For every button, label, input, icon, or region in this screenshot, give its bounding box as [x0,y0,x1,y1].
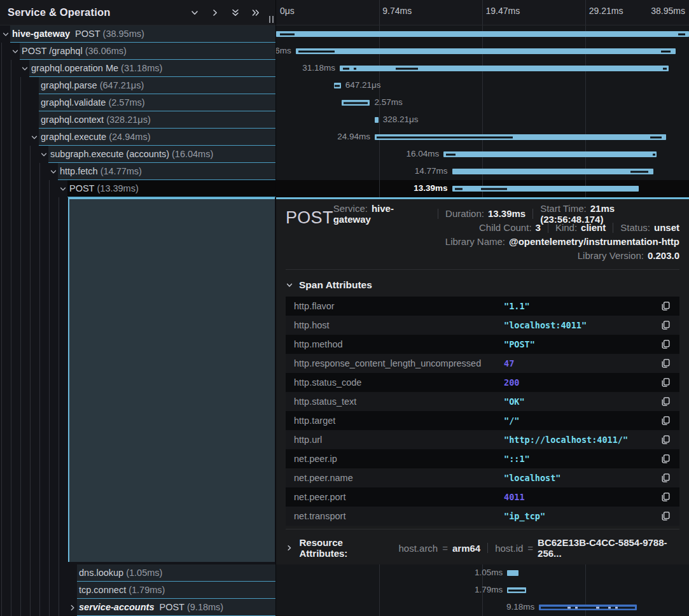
expand-one-icon[interactable] [210,8,219,17]
span-name-cell[interactable]: service-accountsPOST(9.18ms) [0,599,276,616]
chevron-down-icon[interactable] [20,60,29,77]
child-span-marker [663,67,667,69]
copy-icon[interactable] [660,320,671,331]
copy-icon[interactable] [660,435,671,445]
indent-guides [0,163,48,180]
span-duration-bar[interactable] [539,605,636,610]
column-resizer-grip[interactable] [269,16,274,23]
span-duration-label: 9.18ms [506,599,534,615]
expand-all-icon[interactable] [251,8,260,17]
span-bar-cell[interactable]: 328.21μs [276,111,689,129]
span-duration-bar[interactable] [452,186,639,192]
span-duration-bar[interactable] [340,66,669,71]
span-bar-cell[interactable]: 36.06ms [276,43,689,60]
span-bar-cell[interactable]: 647.21μs [276,77,689,94]
span-row-content: subgraph.execute (accounts)(16.04ms) [48,146,275,163]
span-duration-label: 14.77ms [415,163,448,179]
span-bar-cell[interactable]: 24.94ms [276,129,689,146]
copy-icon[interactable] [660,377,671,388]
span-name-cell[interactable]: graphql.parse(647.21μs) [0,77,276,94]
attribute-key: http.status_text [294,396,504,407]
span-duration-bar[interactable] [276,31,689,37]
indent-guides [0,111,29,129]
span-duration-bar[interactable] [507,587,526,593]
bar-tick-marker [575,606,578,608]
chevron-down-icon[interactable] [30,129,38,146]
span-duration-bar[interactable] [296,48,676,54]
chevron-right-icon[interactable] [68,599,76,616]
copy-icon[interactable] [660,301,671,312]
span-name-cell[interactable]: POST /graphql(36.06ms) [0,43,276,60]
span-bar-cell[interactable]: 1.79ms [276,582,689,599]
span-bar-cell[interactable]: 31.18ms [276,60,689,77]
span-row: graphql.execute(24.94ms)24.94ms [0,129,689,146]
span-duration-bar[interactable] [443,151,657,157]
copy-icon[interactable] [660,454,671,465]
span-duration-bar[interactable] [334,83,341,88]
copy-icon[interactable] [660,492,671,503]
span-duration-bar[interactable] [507,570,518,576]
copy-icon[interactable] [660,511,671,522]
span-duration-bar[interactable] [375,134,666,140]
attribute-row: net.peer.name"localhost" [286,468,679,487]
meta-value: 3 [536,222,541,233]
span-name-cell[interactable]: http.fetch(14.77ms) [0,163,276,180]
chevron-down-icon[interactable] [49,163,57,180]
span-attributes-header[interactable]: Span Attributes [286,279,679,291]
span-name-cell[interactable]: graphql.execute(24.94ms) [0,129,276,146]
span-name-cell[interactable]: subgraph.execute (accounts)(16.04ms) [0,146,276,163]
span-name-cell[interactable]: graphql.validate(2.57ms) [0,94,276,111]
span-name-cell[interactable]: graphql.operation Me(31.18ms) [0,60,276,77]
span-duration-bar[interactable] [375,117,379,123]
span-duration-label: 24.94ms [337,129,370,145]
child-span-marker [280,33,295,35]
span-name-cell[interactable]: hive-gatewayPOST(38.95ms) [0,25,276,43]
span-name-cell[interactable]: tcp.connect(1.79ms) [0,582,276,599]
attribute-value: "localhost:4011" [504,320,660,330]
chevron-down-icon[interactable] [11,43,19,60]
span-name-cell[interactable]: dns.lookup(1.05ms) [0,564,276,582]
span-duration-label: 2.57ms [374,94,402,111]
meta-value: 0.203.0 [648,250,679,261]
resource-value: arm64 [452,543,480,554]
resource-value: BC62E13B-C4CC-5854-9788-256... [538,537,679,559]
span-bar-cell[interactable]: 13.39ms [276,180,689,197]
chevron-down-icon[interactable] [1,25,10,43]
span-row-content: hive-gatewayPOST(38.95ms) [10,25,275,43]
span-bar-cell[interactable]: 9.18ms [276,599,689,616]
divider [532,209,533,219]
span-row: tcp.connect(1.79ms)1.79ms [0,582,689,599]
meta-label: Duration: [445,208,484,219]
collapse-one-icon[interactable] [190,8,199,17]
span-duration-text: (24.94ms) [109,132,150,142]
copy-icon[interactable] [660,396,671,407]
child-span-marker [343,67,349,69]
indent-guides [0,564,67,582]
chevron-down-icon[interactable] [59,180,67,197]
span-name-cell[interactable]: graphql.context(328.21μs) [0,111,276,129]
copy-icon[interactable] [660,473,671,484]
resource-attributes-row[interactable]: Resource Attributes: host.arch=arm64host… [286,537,679,559]
attribute-row: http.response_content_length_uncompresse… [286,354,679,373]
copy-icon[interactable] [660,339,671,350]
span-duration-bar[interactable] [342,100,370,106]
span-bar-cell[interactable]: 16.04ms [276,146,689,163]
span-name-cell[interactable]: POST(13.39ms) [0,180,276,197]
divider [487,543,488,553]
indent-guides [0,146,38,163]
copy-icon[interactable] [660,358,671,369]
meta-label: Library Name: [445,236,505,247]
collapse-all-icon[interactable] [230,8,240,17]
span-bar-cell[interactable] [276,25,689,43]
span-duration-text: (36.06ms) [85,46,127,56]
attribute-key: http.response_content_length_uncompresse… [294,358,504,368]
span-bar-cell[interactable]: 14.77ms [276,163,689,180]
chevron-down-icon[interactable] [39,146,48,163]
operation-name: POST [69,183,94,193]
copy-icon[interactable] [660,416,671,426]
span-bar-cell[interactable]: 2.57ms [276,94,689,111]
span-bar-cell[interactable]: 1.05ms [276,564,689,582]
operation-name: tcp.connect [79,585,126,595]
span-duration-bar[interactable] [452,169,654,174]
span-duration-label: 13.39ms [414,180,447,197]
